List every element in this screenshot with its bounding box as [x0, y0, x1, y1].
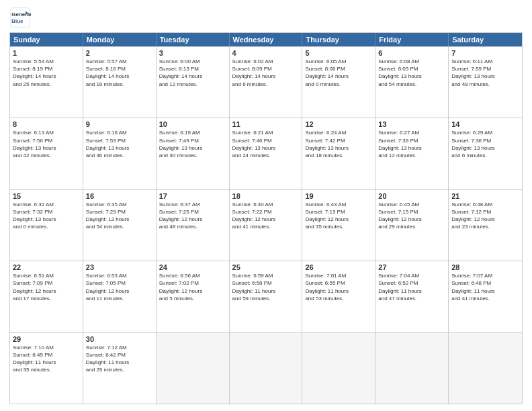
calendar-header: SundayMondayTuesdayWednesdayThursdayFrid… — [10, 33, 522, 46]
calendar-day-15: 15Sunrise: 6:32 AM Sunset: 7:32 PM Dayli… — [10, 190, 83, 261]
day-info: Sunrise: 6:29 AM Sunset: 7:36 PM Dayligh… — [451, 129, 519, 159]
calendar-day-24: 24Sunrise: 6:56 AM Sunset: 7:02 PM Dayli… — [157, 261, 230, 332]
day-number: 26 — [305, 263, 372, 271]
day-info: Sunrise: 6:13 AM Sunset: 7:56 PM Dayligh… — [13, 129, 80, 159]
calendar-week-4: 22Sunrise: 6:51 AM Sunset: 7:09 PM Dayli… — [10, 261, 522, 332]
day-number: 20 — [378, 192, 445, 200]
header-day-thursday: Thursday — [302, 33, 375, 46]
day-number: 7 — [451, 49, 519, 57]
header-day-tuesday: Tuesday — [157, 33, 230, 46]
day-number: 19 — [305, 192, 372, 200]
calendar-day-28: 28Sunrise: 7:07 AM Sunset: 6:48 PM Dayli… — [449, 261, 522, 332]
day-info: Sunrise: 7:12 AM Sunset: 6:42 PM Dayligh… — [86, 344, 153, 374]
day-info: Sunrise: 6:16 AM Sunset: 7:53 PM Dayligh… — [86, 129, 153, 159]
calendar-day-25: 25Sunrise: 6:59 AM Sunset: 6:58 PM Dayli… — [230, 261, 303, 332]
day-info: Sunrise: 6:00 AM Sunset: 8:13 PM Dayligh… — [159, 58, 226, 88]
calendar-day-3: 3Sunrise: 6:00 AM Sunset: 8:13 PM Daylig… — [157, 47, 230, 118]
calendar-day-9: 9Sunrise: 6:16 AM Sunset: 7:53 PM Daylig… — [83, 118, 157, 189]
calendar-week-1: 1Sunrise: 5:54 AM Sunset: 8:19 PM Daylig… — [10, 46, 522, 118]
day-number: 3 — [159, 49, 226, 57]
day-number: 1 — [13, 49, 80, 57]
calendar-day-29: 29Sunrise: 7:10 AM Sunset: 6:45 PM Dayli… — [10, 333, 83, 404]
calendar-day-12: 12Sunrise: 6:24 AM Sunset: 7:42 PM Dayli… — [302, 118, 375, 189]
day-info: Sunrise: 6:37 AM Sunset: 7:25 PM Dayligh… — [159, 201, 226, 231]
calendar-day-23: 23Sunrise: 6:53 AM Sunset: 7:05 PM Dayli… — [83, 261, 157, 332]
calendar-week-5: 29Sunrise: 7:10 AM Sunset: 6:45 PM Dayli… — [10, 332, 522, 404]
day-number: 8 — [13, 120, 80, 128]
day-info: Sunrise: 7:10 AM Sunset: 6:45 PM Dayligh… — [13, 344, 80, 374]
header-day-monday: Monday — [83, 33, 157, 46]
day-number: 29 — [13, 335, 80, 343]
day-info: Sunrise: 5:54 AM Sunset: 8:19 PM Dayligh… — [13, 58, 80, 88]
calendar-day-5: 5Sunrise: 6:05 AM Sunset: 8:06 PM Daylig… — [302, 47, 375, 118]
calendar-day-27: 27Sunrise: 7:04 AM Sunset: 6:52 PM Dayli… — [375, 261, 449, 332]
calendar-day-26: 26Sunrise: 7:01 AM Sunset: 6:55 PM Dayli… — [302, 261, 375, 332]
calendar-day-2: 2Sunrise: 5:57 AM Sunset: 8:16 PM Daylig… — [83, 47, 157, 118]
day-number: 13 — [378, 120, 445, 128]
logo-icon: General Blue — [9, 7, 31, 28]
svg-text:Blue: Blue — [11, 18, 24, 24]
calendar-day-19: 19Sunrise: 6:43 AM Sunset: 7:19 PM Dayli… — [302, 190, 375, 261]
day-info: Sunrise: 6:40 AM Sunset: 7:22 PM Dayligh… — [232, 201, 300, 231]
calendar-empty-cell — [375, 333, 449, 404]
day-number: 30 — [86, 335, 153, 343]
day-info: Sunrise: 6:19 AM Sunset: 7:49 PM Dayligh… — [159, 129, 226, 159]
header-day-friday: Friday — [375, 33, 449, 46]
calendar-empty-cell — [157, 333, 230, 404]
day-info: Sunrise: 6:51 AM Sunset: 7:09 PM Dayligh… — [13, 272, 80, 302]
day-info: Sunrise: 6:02 AM Sunset: 8:09 PM Dayligh… — [232, 58, 300, 88]
day-number: 25 — [232, 263, 300, 271]
day-info: Sunrise: 6:27 AM Sunset: 7:39 PM Dayligh… — [378, 129, 445, 159]
day-info: Sunrise: 5:57 AM Sunset: 8:16 PM Dayligh… — [86, 58, 153, 88]
header-day-saturday: Saturday — [449, 33, 522, 46]
day-number: 22 — [13, 263, 80, 271]
day-number: 5 — [305, 49, 372, 57]
calendar-day-11: 11Sunrise: 6:21 AM Sunset: 7:46 PM Dayli… — [230, 118, 303, 189]
calendar-day-16: 16Sunrise: 6:35 AM Sunset: 7:29 PM Dayli… — [83, 190, 157, 261]
calendar-week-2: 8Sunrise: 6:13 AM Sunset: 7:56 PM Daylig… — [10, 118, 522, 189]
day-info: Sunrise: 6:35 AM Sunset: 7:29 PM Dayligh… — [86, 201, 153, 231]
day-number: 15 — [13, 192, 80, 200]
day-info: Sunrise: 6:21 AM Sunset: 7:46 PM Dayligh… — [232, 129, 300, 159]
day-info: Sunrise: 7:01 AM Sunset: 6:55 PM Dayligh… — [305, 272, 372, 302]
calendar-day-10: 10Sunrise: 6:19 AM Sunset: 7:49 PM Dayli… — [157, 118, 230, 189]
day-number: 16 — [86, 192, 153, 200]
calendar-day-13: 13Sunrise: 6:27 AM Sunset: 7:39 PM Dayli… — [375, 118, 449, 189]
day-info: Sunrise: 6:08 AM Sunset: 8:03 PM Dayligh… — [378, 58, 445, 88]
day-info: Sunrise: 6:24 AM Sunset: 7:42 PM Dayligh… — [305, 129, 372, 159]
calendar-day-6: 6Sunrise: 6:08 AM Sunset: 8:03 PM Daylig… — [375, 47, 449, 118]
calendar-day-8: 8Sunrise: 6:13 AM Sunset: 7:56 PM Daylig… — [10, 118, 83, 189]
day-number: 24 — [159, 263, 226, 271]
calendar-empty-cell — [302, 333, 375, 404]
day-number: 11 — [232, 120, 300, 128]
day-number: 28 — [451, 263, 519, 271]
day-info: Sunrise: 6:59 AM Sunset: 6:58 PM Dayligh… — [232, 272, 300, 302]
calendar-day-7: 7Sunrise: 6:11 AM Sunset: 7:59 PM Daylig… — [449, 47, 522, 118]
day-info: Sunrise: 7:07 AM Sunset: 6:48 PM Dayligh… — [451, 272, 519, 302]
day-number: 17 — [159, 192, 226, 200]
day-number: 10 — [159, 120, 226, 128]
day-number: 6 — [378, 49, 445, 57]
logo: General Blue — [9, 7, 31, 28]
day-number: 18 — [232, 192, 300, 200]
calendar-empty-cell — [449, 333, 522, 404]
day-info: Sunrise: 6:43 AM Sunset: 7:19 PM Dayligh… — [305, 201, 372, 231]
day-info: Sunrise: 6:56 AM Sunset: 7:02 PM Dayligh… — [159, 272, 226, 302]
day-number: 14 — [451, 120, 519, 128]
calendar-empty-cell — [230, 333, 303, 404]
svg-text:General: General — [11, 11, 31, 17]
calendar-body: 1Sunrise: 5:54 AM Sunset: 8:19 PM Daylig… — [10, 46, 522, 404]
day-info: Sunrise: 6:48 AM Sunset: 7:12 PM Dayligh… — [451, 201, 519, 231]
day-info: Sunrise: 6:53 AM Sunset: 7:05 PM Dayligh… — [86, 272, 153, 302]
day-number: 9 — [86, 120, 153, 128]
calendar-day-1: 1Sunrise: 5:54 AM Sunset: 8:19 PM Daylig… — [10, 47, 83, 118]
day-number: 4 — [232, 49, 300, 57]
day-number: 23 — [86, 263, 153, 271]
calendar-day-30: 30Sunrise: 7:12 AM Sunset: 6:42 PM Dayli… — [83, 333, 157, 404]
calendar-day-4: 4Sunrise: 6:02 AM Sunset: 8:09 PM Daylig… — [230, 47, 303, 118]
day-number: 27 — [378, 263, 445, 271]
calendar-day-18: 18Sunrise: 6:40 AM Sunset: 7:22 PM Dayli… — [230, 190, 303, 261]
header-day-sunday: Sunday — [10, 33, 83, 46]
calendar-day-21: 21Sunrise: 6:48 AM Sunset: 7:12 PM Dayli… — [449, 190, 522, 261]
day-number: 12 — [305, 120, 372, 128]
